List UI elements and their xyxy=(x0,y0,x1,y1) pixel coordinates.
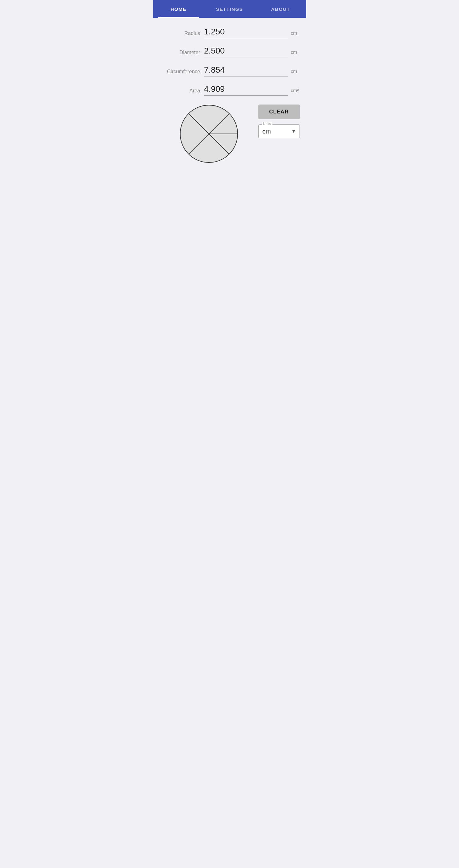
circle-diagram xyxy=(160,102,258,166)
circumference-input-wrapper xyxy=(204,64,288,76)
tab-settings[interactable]: SETTINGS xyxy=(204,0,255,18)
tab-bar: HOME SETTINGS ABOUT xyxy=(153,0,306,18)
tab-home[interactable]: HOME xyxy=(153,0,204,18)
diameter-label: Diameter xyxy=(160,50,204,57)
circumference-unit: cm xyxy=(288,68,300,76)
units-dropdown-wrapper: Units cm m mm in ft ▼ xyxy=(258,124,300,138)
area-input-wrapper xyxy=(204,83,288,96)
radius-input[interactable] xyxy=(204,26,288,38)
radius-label: Radius xyxy=(160,31,204,38)
area-unit: cm² xyxy=(288,88,300,96)
main-content: Radius cm Diameter cm Circumference cm A… xyxy=(153,18,306,173)
area-input[interactable] xyxy=(204,83,288,95)
circumference-input[interactable] xyxy=(204,64,288,76)
area-label: Area xyxy=(160,88,204,96)
diagram-row: CLEAR Units cm m mm in ft ▼ xyxy=(160,102,300,166)
circumference-row: Circumference cm xyxy=(160,64,300,76)
area-row: Area cm² xyxy=(160,83,300,96)
diameter-input-wrapper xyxy=(204,44,288,57)
controls-column: CLEAR Units cm m mm in ft ▼ xyxy=(258,102,300,138)
radius-row: Radius cm xyxy=(160,26,300,38)
diameter-input[interactable] xyxy=(204,44,288,57)
circle-visualization xyxy=(177,102,241,166)
radius-unit: cm xyxy=(288,30,300,38)
diameter-row: Diameter cm xyxy=(160,44,300,57)
clear-button[interactable]: CLEAR xyxy=(258,104,300,119)
diameter-unit: cm xyxy=(288,50,300,57)
radius-input-wrapper xyxy=(204,26,288,38)
circumference-label: Circumference xyxy=(160,69,204,76)
units-select[interactable]: cm m mm in ft xyxy=(259,125,299,138)
units-label: Units xyxy=(262,122,272,126)
tab-about[interactable]: ABOUT xyxy=(255,0,306,18)
